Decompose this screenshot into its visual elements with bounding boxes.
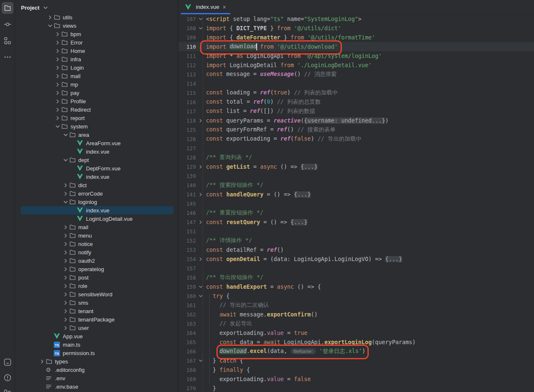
code-line-165[interactable]: 165 const data = await LoginLogApi.expor… bbox=[179, 337, 534, 347]
more-tool-button[interactable] bbox=[2, 51, 13, 63]
chevron-right-icon[interactable] bbox=[54, 115, 61, 121]
code-line-166[interactable]: 166 download.excel(data, fileName: '登录日志… bbox=[179, 347, 534, 356]
fold-collapsed-icon[interactable] bbox=[196, 256, 206, 262]
chevron-right-icon[interactable] bbox=[54, 56, 61, 63]
code-line-111[interactable]: 111import * as LoginLogApi from '@/api/s… bbox=[179, 51, 534, 60]
tree-item-mp[interactable]: mp bbox=[15, 80, 178, 89]
chevron-right-icon[interactable] bbox=[62, 240, 69, 247]
tree-item-error[interactable]: Error bbox=[15, 38, 178, 47]
chevron-down-icon[interactable] bbox=[47, 22, 54, 29]
tree-item-infra[interactable]: infra bbox=[15, 55, 178, 63]
tree-item-dict[interactable]: dict bbox=[15, 181, 178, 189]
code-line-146[interactable]: 146/** 重置按钮操作 */ bbox=[179, 208, 534, 217]
code-line-141[interactable]: 141const handleQuery = () => {...} bbox=[179, 190, 534, 199]
code-line-127[interactable]: 127 bbox=[179, 144, 534, 153]
code-line-109[interactable]: 109import { dateFormatter } from '@/util… bbox=[179, 33, 534, 42]
chevron-right-icon[interactable] bbox=[54, 98, 61, 105]
chevron-right-icon[interactable] bbox=[62, 324, 69, 331]
fold-expanded-icon[interactable] bbox=[196, 26, 206, 31]
tree-item-pay[interactable]: pay bbox=[15, 89, 178, 97]
chevron-right-icon[interactable] bbox=[54, 39, 61, 46]
code-line-140[interactable]: 140/** 搜索按钮操作 */ bbox=[179, 180, 534, 190]
tree-item-operatelog[interactable]: operatelog bbox=[15, 265, 178, 273]
tree-item-deptform-vue[interactable]: DeptForm.vue bbox=[15, 164, 178, 172]
code-line-129[interactable]: 129const getList = async () => {...} bbox=[179, 162, 534, 171]
tree-item-sms[interactable]: sms bbox=[15, 298, 178, 307]
chevron-right-icon[interactable] bbox=[54, 73, 61, 79]
structure-tool-button[interactable] bbox=[2, 35, 13, 47]
services-tool-button[interactable] bbox=[2, 387, 13, 392]
code-line-154[interactable]: 154const openDetail = (data: LoginLogApi… bbox=[179, 254, 534, 264]
fold-collapsed-icon[interactable] bbox=[196, 118, 206, 123]
chevron-right-icon[interactable] bbox=[39, 358, 46, 365]
tree-item-role[interactable]: role bbox=[15, 282, 178, 290]
project-panel-header[interactable]: Project bbox=[15, 0, 178, 15]
code-line-107[interactable]: 107<script setup lang="ts" name="SystemL… bbox=[179, 14, 534, 24]
code-line-115[interactable]: 115const loading = ref(true) // 列表的加载中 bbox=[179, 88, 534, 97]
tree-item-bpm[interactable]: bpm bbox=[15, 30, 178, 38]
code-line-170[interactable]: 170 } bbox=[179, 384, 534, 392]
code-line-114[interactable]: 114 bbox=[179, 79, 534, 88]
commit-tool-button[interactable] bbox=[2, 18, 13, 30]
chevron-right-icon[interactable] bbox=[54, 31, 61, 37]
tree-item--env[interactable]: .env bbox=[15, 374, 178, 382]
chevron-down-icon[interactable] bbox=[42, 5, 49, 11]
editor-tab-index-vue[interactable]: index.vue × bbox=[181, 0, 230, 14]
code-line-158[interactable]: 158/** 导出按钮操作 */ bbox=[179, 273, 534, 282]
fold-expanded-icon[interactable] bbox=[196, 16, 206, 22]
code-line-113[interactable]: 113const message = useMessage() // 消息弹窗 bbox=[179, 70, 534, 79]
code-line-145[interactable]: 145 bbox=[179, 199, 534, 208]
code-line-153[interactable]: 153const detailRef = ref() bbox=[179, 245, 534, 254]
chevron-right-icon[interactable] bbox=[62, 224, 69, 230]
tree-item--env-base[interactable]: .env.base bbox=[15, 382, 178, 391]
tree-item-types[interactable]: types bbox=[15, 357, 178, 366]
chevron-right-icon[interactable] bbox=[62, 190, 69, 197]
chevron-right-icon[interactable] bbox=[62, 282, 69, 289]
code-line-151[interactable]: 151 bbox=[179, 227, 534, 236]
chevron-right-icon[interactable] bbox=[54, 64, 61, 71]
chevron-down-icon[interactable] bbox=[62, 199, 69, 205]
fold-expanded-icon[interactable] bbox=[196, 358, 206, 363]
code-line-110[interactable]: 110import download from '@/utils/downloa… bbox=[179, 42, 534, 51]
chevron-right-icon[interactable] bbox=[62, 274, 69, 281]
tree-item-post[interactable]: post bbox=[15, 273, 178, 282]
terminal-tool-button[interactable] bbox=[2, 356, 13, 368]
chevron-right-icon[interactable] bbox=[62, 291, 69, 298]
chevron-down-icon[interactable] bbox=[62, 157, 69, 163]
chevron-right-icon[interactable] bbox=[62, 257, 69, 264]
code-line-147[interactable]: 147const resetQuery = () => {...} bbox=[179, 217, 534, 227]
code-line-164[interactable]: 164 exportLoading.value = true bbox=[179, 328, 534, 337]
code-line-139[interactable]: 139 bbox=[179, 171, 534, 180]
tree-item-oauth2[interactable]: oauth2 bbox=[15, 256, 178, 265]
fold-collapsed-icon[interactable] bbox=[196, 164, 206, 170]
problems-tool-button[interactable] bbox=[2, 372, 13, 384]
fold-collapsed-icon[interactable] bbox=[196, 220, 206, 225]
chevron-right-icon[interactable] bbox=[62, 308, 69, 314]
code-line-126[interactable]: 126const exportLoading = ref(false) // 导… bbox=[179, 134, 534, 144]
tree-item-notify[interactable]: notify bbox=[15, 248, 178, 256]
code-line-162[interactable]: 162 await message.exportConfirm() bbox=[179, 310, 534, 319]
fold-expanded-icon[interactable] bbox=[196, 284, 206, 290]
code-line-161[interactable]: 161 // 导出的二次确认 bbox=[179, 301, 534, 310]
chevron-right-icon[interactable] bbox=[62, 182, 69, 188]
code-line-163[interactable]: 163 // 发起导出 bbox=[179, 319, 534, 328]
chevron-right-icon[interactable] bbox=[54, 89, 61, 96]
tree-item-loginlog[interactable]: loginlog bbox=[15, 198, 178, 206]
chevron-right-icon[interactable] bbox=[54, 47, 61, 54]
chevron-right-icon[interactable] bbox=[62, 232, 69, 239]
code-line-128[interactable]: 128/** 查询列表 */ bbox=[179, 153, 534, 162]
tree-item-redirect[interactable]: Redirect bbox=[15, 105, 178, 114]
tree-item-menu[interactable]: menu bbox=[15, 231, 178, 240]
project-tool-button[interactable] bbox=[2, 2, 13, 14]
chevron-right-icon[interactable] bbox=[62, 316, 69, 323]
tree-item-profile[interactable]: Profile bbox=[15, 97, 178, 105]
code-line-112[interactable]: 112import LoginLogDetail from './LoginLo… bbox=[179, 60, 534, 70]
tree-item-tenantpackage[interactable]: tenantPackage bbox=[15, 315, 178, 324]
tree-item-user[interactable]: user bbox=[15, 324, 178, 332]
chevron-right-icon[interactable] bbox=[62, 249, 69, 256]
code-line-157[interactable]: 157 bbox=[179, 264, 534, 273]
tree-item-login[interactable]: Login bbox=[15, 63, 178, 72]
tree-item-utils[interactable]: utils bbox=[15, 15, 178, 21]
code-line-117[interactable]: 117const list = ref([]) // 列表的数据 bbox=[179, 107, 534, 116]
chevron-right-icon[interactable] bbox=[62, 266, 69, 272]
